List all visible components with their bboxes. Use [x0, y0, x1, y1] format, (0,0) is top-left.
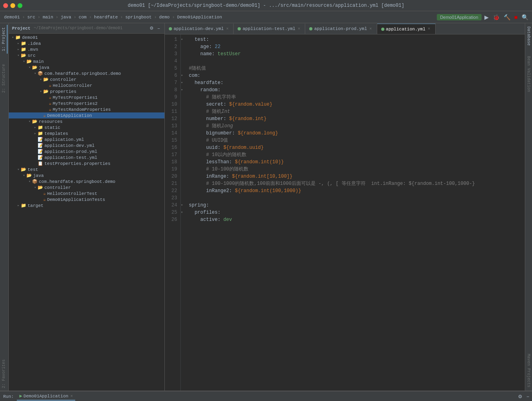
tree-expand-arrow[interactable]: ▸: [16, 47, 21, 52]
maven-projects-panel-tab[interactable]: Maven Projects: [525, 351, 532, 391]
fold-indicator: [181, 115, 186, 122]
maximize-button[interactable]: [18, 3, 22, 8]
tree-item-testProperties.properties[interactable]: 📋testProperties.properties: [9, 160, 164, 166]
tree-expand-arrow[interactable]: ▾: [33, 185, 38, 190]
tree-item-MyTestProperties2[interactable]: ☕MyTestProperties2: [9, 100, 164, 106]
breadcrumb-item[interactable]: Demo01Application: [176, 14, 224, 20]
tree-item-com.heardfate.springboot.demo2[interactable]: ▾📦com.heardfate.springboot.demo: [9, 178, 164, 184]
breadcrumb-separator: ›: [89, 15, 92, 20]
fold-indicator[interactable]: ▾: [181, 79, 186, 86]
fold-indicator[interactable]: ▾: [181, 36, 186, 43]
tree-item-controller2[interactable]: ▾📂controller: [9, 184, 164, 190]
tree-expand-arrow[interactable]: ▾: [33, 71, 38, 76]
tree-item-test-java[interactable]: ▾📂java: [9, 172, 164, 178]
tab-close-button[interactable]: ×: [225, 26, 229, 32]
tab-close-button[interactable]: ×: [369, 26, 373, 32]
tree-expand-arrow[interactable]: ▾: [16, 53, 21, 58]
tree-item-idea[interactable]: ▸📁.idea: [9, 40, 164, 46]
minimize-button[interactable]: [10, 3, 15, 8]
tree-item-properties[interactable]: ▾📂properties: [9, 88, 164, 94]
editor-tab-application-yml[interactable]: application.yml×: [377, 24, 436, 34]
editor-tab-application-dev-yml[interactable]: application-dev.yml×: [165, 24, 234, 34]
breadcrumb-item[interactable]: heardfate: [92, 14, 119, 20]
editor-tab-application-test-yml[interactable]: application-test.yml×: [234, 24, 305, 34]
run-settings-button[interactable]: ⚙: [517, 393, 524, 400]
tree-item-templates[interactable]: ▸📁templates: [9, 130, 164, 136]
tree-expand-arrow[interactable]: ▸: [16, 41, 21, 46]
structure-tab[interactable]: 2: Structure: [1, 62, 8, 95]
project-tab[interactable]: 1: Project: [1, 25, 8, 54]
breadcrumb-separator: ›: [56, 15, 58, 20]
database-panel-tab[interactable]: Database: [525, 23, 532, 49]
debug-icon-button[interactable]: 🐞: [492, 13, 501, 21]
tree-expand-arrow[interactable]: ▾: [22, 59, 26, 64]
tree-item-controller[interactable]: ▾📂controller: [9, 76, 164, 82]
breadcrumb-item[interactable]: springboot: [124, 14, 153, 20]
breadcrumb-item[interactable]: main: [41, 14, 55, 20]
editor-tab-application-prod-yml[interactable]: application-prod.yml×: [305, 24, 377, 34]
tree-item-demo01[interactable]: ▾📁demo01: [9, 34, 164, 40]
tree-item-label: application.yml: [44, 137, 84, 142]
line-number: 17: [166, 151, 177, 158]
breadcrumb-item[interactable]: demo01: [2, 14, 22, 20]
project-settings-button[interactable]: ⚙: [148, 25, 155, 32]
build-icon-button[interactable]: 🔨: [502, 13, 512, 21]
tree-expand-arrow[interactable]: ▾: [10, 35, 15, 40]
fold-indicator[interactable]: ▾: [181, 202, 186, 209]
tree-expand-arrow[interactable]: ▸: [16, 203, 21, 208]
tree-item-main[interactable]: ▾📂main: [9, 58, 164, 64]
tree-item-resources[interactable]: ▾📂resources: [9, 118, 164, 124]
tree-item-src[interactable]: ▾📂src: [9, 52, 164, 58]
run-tab-close[interactable]: ×: [70, 394, 73, 399]
search-button[interactable]: 🔍: [520, 13, 530, 21]
tree-item-application-test.yml[interactable]: 📝application-test.yml: [9, 154, 164, 160]
breadcrumb-item[interactable]: com: [77, 14, 88, 20]
tree-item-MyTestProperties1[interactable]: ☕MyTestProperties1: [9, 94, 164, 100]
tree-item-application.yml[interactable]: 📝application.yml: [9, 136, 164, 142]
close-button[interactable]: [3, 3, 8, 8]
fold-indicator: [181, 65, 186, 72]
tree-expand-arrow[interactable]: ▾: [38, 77, 43, 82]
run-pin-button[interactable]: −: [525, 393, 530, 400]
tree-item-static[interactable]: ▸📁static: [9, 124, 164, 130]
run-app-tab[interactable]: ▶ Demo01Application ×: [17, 392, 75, 401]
tree-item-HelloControllerTest[interactable]: ☕HelloControllerTest: [9, 190, 164, 196]
code-editor[interactable]: test: age: 22 name: testUser #随机值com: he…: [186, 34, 525, 391]
editor-content[interactable]: 1234567891011121314151617181920212223242…: [165, 34, 525, 391]
breadcrumb-item[interactable]: src: [26, 14, 37, 20]
tree-item-test[interactable]: ▾📂test: [9, 166, 164, 172]
tree-item-target[interactable]: ▸📁target: [9, 203, 164, 209]
fold-indicator[interactable]: ▾: [181, 209, 186, 216]
tree-item-MyTestRandomProperties[interactable]: ☕MyTestRandomProperties: [9, 106, 164, 112]
tab-close-button[interactable]: ×: [427, 26, 431, 32]
bean-validation-panel-tab[interactable]: Bean Validation: [525, 53, 532, 95]
run-button[interactable]: Demo01Application: [437, 14, 481, 20]
tree-expand-arrow[interactable]: ▾: [38, 89, 43, 94]
fold-indicator[interactable]: ▾: [181, 86, 186, 94]
breadcrumb-item[interactable]: java: [59, 14, 73, 20]
tree-expand-arrow[interactable]: ▸: [33, 131, 38, 136]
tree-expand-arrow[interactable]: ▾: [27, 65, 32, 70]
stop-icon-button[interactable]: ■: [513, 13, 519, 21]
tree-item-com.heardfate.springboot.demo[interactable]: ▾📦com.heardfate.springboot.demo: [9, 70, 164, 76]
tree-item-Demo01ApplicationTests[interactable]: ☕Demo01ApplicationTests: [9, 196, 164, 203]
tree-item-java[interactable]: ▾📂java: [9, 64, 164, 70]
run-icon-button[interactable]: ▶: [483, 13, 490, 21]
tree-expand-arrow[interactable]: ▾: [22, 173, 26, 178]
project-collapse-button[interactable]: −: [156, 25, 161, 32]
tree-item-Demo01Application[interactable]: ☕Demo01Application: [9, 112, 164, 118]
tree-expand-arrow[interactable]: ▾: [27, 179, 32, 184]
tree-item-application-prod.yml[interactable]: 📝application-prod.yml: [9, 148, 164, 154]
fold-indicator: [181, 122, 186, 130]
tree-item-application-dev.yml[interactable]: 📝application-dev.yml: [9, 142, 164, 148]
fold-indicator[interactable]: ▾: [181, 72, 186, 79]
tree-expand-arrow[interactable]: ▾: [27, 119, 32, 124]
favorites-tab[interactable]: 2: Favorites: [1, 357, 8, 391]
tree-item-mvn[interactable]: ▸📁.mvn: [9, 46, 164, 52]
tree-item-icon: 📋: [38, 161, 43, 166]
tree-item-HelloController[interactable]: ☕HelloController: [9, 82, 164, 88]
tree-expand-arrow[interactable]: ▸: [33, 125, 38, 130]
breadcrumb-item[interactable]: demo: [158, 14, 171, 20]
tree-expand-arrow[interactable]: ▾: [16, 167, 21, 172]
tab-close-button[interactable]: ×: [297, 26, 301, 32]
